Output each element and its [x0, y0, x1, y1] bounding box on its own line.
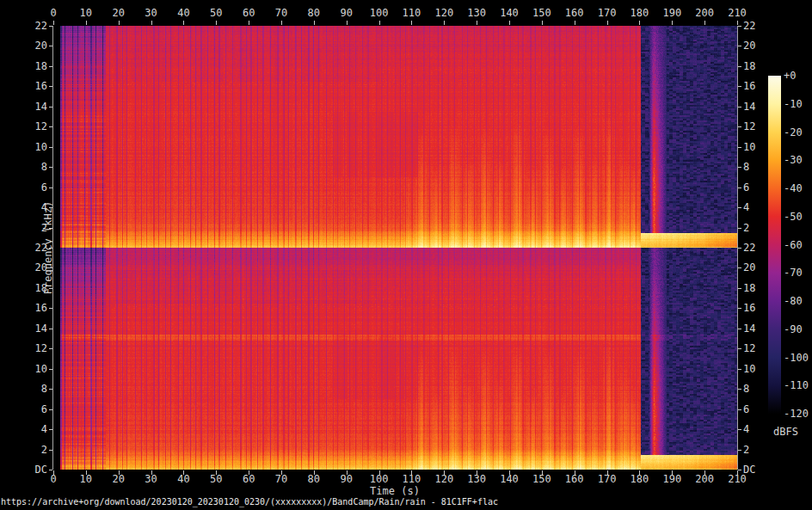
freq-tick-label-left: 10	[0, 142, 47, 153]
time-tick-label-bottom: 50	[210, 474, 222, 485]
time-tick-label-top: 160	[565, 8, 584, 19]
time-tick-label-top: 60	[243, 8, 255, 19]
freq-tick-right	[738, 207, 741, 208]
time-tick-top	[704, 21, 705, 25]
colorbar-tick-label: -110	[784, 380, 809, 391]
time-tick-label-bottom: 60	[243, 474, 255, 485]
freq-tick-right	[738, 26, 741, 27]
freq-tick-right	[738, 409, 741, 410]
freq-tick-right	[738, 348, 741, 349]
time-tick-label-bottom: 150	[532, 474, 551, 485]
time-tick-label-top: 120	[434, 8, 453, 19]
time-tick-label-bottom: 30	[145, 474, 157, 485]
colorbar-tick-label: -80	[784, 296, 803, 307]
colorbar-title: dBFS	[773, 427, 798, 438]
colorbar-tick-label: -30	[784, 155, 803, 166]
time-tick-label-bottom: 160	[565, 474, 584, 485]
freq-tick-right	[738, 329, 741, 329]
time-tick-label-top: 130	[467, 8, 486, 19]
time-tick-top	[737, 21, 738, 25]
freq-tick-label-left: 12	[0, 343, 47, 354]
freq-tick-label-right: 22	[743, 243, 755, 254]
time-tick-label-top: 80	[308, 8, 320, 19]
freq-tick-right	[738, 86, 741, 87]
freq-tick-label-left: 12	[0, 121, 47, 132]
freq-tick-label-left: 20	[0, 262, 47, 273]
x-axis-label: Time (s)	[370, 486, 420, 497]
freq-tick-label-left: 6	[0, 404, 47, 415]
time-tick-label-bottom: 20	[112, 474, 124, 485]
freq-tick-label-right: 18	[743, 283, 755, 294]
time-tick-top	[379, 21, 380, 25]
time-tick-label-bottom: 80	[308, 474, 320, 485]
time-tick-top	[509, 21, 510, 25]
time-tick-label-top: 190	[662, 8, 681, 19]
freq-tick-right	[738, 267, 741, 268]
freq-tick-label-right: 6	[743, 404, 749, 415]
time-tick-top	[411, 21, 412, 25]
freq-tick-label-right: 8	[743, 162, 749, 173]
time-tick-label-bottom: 190	[662, 474, 681, 485]
freq-tick-label-left: 6	[0, 182, 47, 194]
freq-tick-right	[738, 248, 741, 249]
colorbar-tick-label: -120	[784, 409, 809, 420]
freq-tick-label-right: 16	[743, 303, 755, 314]
time-tick-label-top: 90	[340, 8, 352, 19]
time-tick-top	[639, 21, 640, 25]
freq-tick-label-right: 8	[743, 384, 749, 395]
freq-tick-label-right: 6	[743, 182, 749, 194]
time-tick-label-bottom: 10	[80, 474, 92, 485]
freq-tick-label-right: 16	[743, 81, 755, 92]
time-tick-label-top: 180	[631, 8, 649, 19]
right-axis-spine	[737, 26, 738, 470]
freq-tick-label-left: 18	[0, 61, 47, 72]
freq-tick-right	[738, 66, 741, 67]
time-tick-top	[281, 21, 282, 25]
time-tick-label-top: 50	[210, 8, 222, 19]
freq-tick-right	[738, 228, 741, 229]
freq-tick-right	[738, 429, 741, 430]
time-tick-label-bottom: 130	[467, 474, 486, 485]
time-tick-label-top: 200	[695, 8, 714, 19]
time-tick-top	[607, 21, 608, 25]
freq-tick-label-left: DC	[0, 464, 47, 476]
time-tick-label-top: 10	[80, 8, 92, 19]
time-tick-top	[151, 21, 152, 25]
time-tick-label-bottom: 200	[695, 474, 714, 485]
time-tick-top	[86, 21, 87, 25]
spectrogram-window: Frequency (kHz) 001010202030304040505060…	[0, 0, 812, 510]
time-tick-label-bottom: 110	[403, 474, 421, 485]
freq-tick-right	[738, 450, 741, 451]
freq-tick-label-right: 10	[743, 142, 755, 153]
time-tick-label-top: 110	[403, 8, 421, 19]
time-tick-label-bottom: 170	[598, 474, 617, 485]
colorbar-tick-label: -10	[784, 99, 803, 110]
freq-tick-label-left: 18	[0, 283, 47, 294]
colorbar-tick-label: -40	[784, 183, 803, 194]
freq-tick-label-left: 22	[0, 243, 47, 254]
dbfs-colorbar	[768, 76, 781, 414]
source-path-text: https://archive+org/download/20230120_20…	[1, 497, 498, 507]
time-tick-top	[444, 21, 445, 25]
time-tick-top	[672, 21, 673, 25]
freq-tick-label-left: 10	[0, 364, 47, 375]
freq-tick-label-right: 22	[743, 21, 755, 32]
time-tick-label-bottom: 120	[434, 474, 453, 485]
time-tick-label-bottom: 100	[370, 474, 389, 485]
time-tick-top	[542, 21, 543, 25]
time-tick-label-bottom: 140	[500, 474, 519, 485]
freq-tick-label-left: 2	[0, 223, 47, 234]
freq-tick-label-left: 14	[0, 323, 47, 335]
freq-tick-right	[738, 389, 741, 390]
freq-tick-right	[738, 470, 741, 470]
freq-tick-label-left: 20	[0, 40, 47, 52]
time-tick-label-top: 70	[275, 8, 287, 19]
time-tick-top	[314, 21, 315, 25]
time-tick-top	[216, 21, 217, 25]
freq-tick-label-left: 2	[0, 445, 47, 456]
freq-tick-right	[738, 308, 741, 309]
time-tick-top	[575, 21, 575, 25]
freq-tick-label-right: DC	[743, 464, 755, 476]
spectrogram-channel-2	[53, 248, 737, 470]
time-tick-label-top: 30	[145, 8, 157, 19]
